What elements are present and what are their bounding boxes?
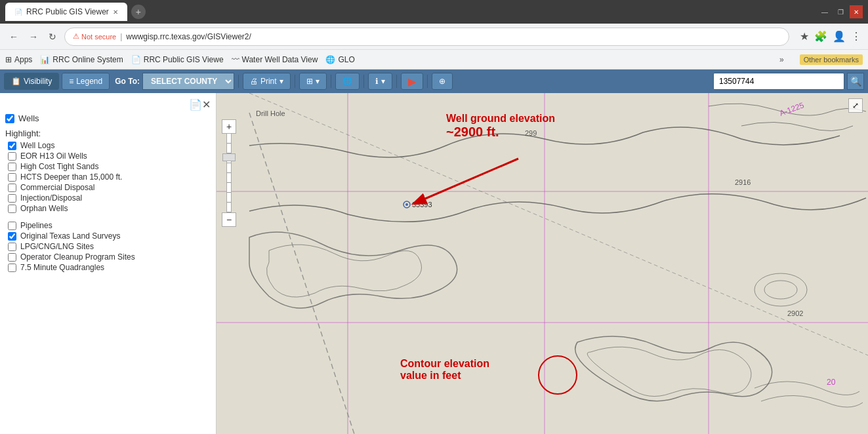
layer-otls: Original Texas Land Surveys xyxy=(8,231,211,241)
legend-button[interactable]: ≡ Legend xyxy=(62,73,110,90)
visibility-icon: 📋 xyxy=(11,77,21,86)
minimize-button[interactable]: — xyxy=(818,5,831,18)
zoom-tick-6 xyxy=(227,183,231,193)
print-label: Print xyxy=(260,77,277,86)
zoom-tick-2 xyxy=(227,144,231,153)
separator-1 xyxy=(5,214,211,220)
hcts-deep-checkbox[interactable] xyxy=(8,173,16,182)
wells-row: Wells xyxy=(5,113,211,123)
print-dropdown-icon: ▾ xyxy=(279,77,283,86)
pipelines-checkbox[interactable] xyxy=(8,222,16,230)
maximize-button[interactable]: ❐ xyxy=(834,5,847,18)
address-bar[interactable]: ⚠ Not secure | wwwgisp.rrc.texas.gov/GIS… xyxy=(64,28,789,46)
well-logs-label: Well Logs xyxy=(20,141,54,150)
layer-eor: EOR H13 Oil Wells xyxy=(8,151,211,161)
orphan-checkbox[interactable] xyxy=(8,205,16,213)
layer-pipelines: Pipelines xyxy=(8,221,211,230)
browser-titlebar: 📄 RRC Public GIS Viewer ✕ + — ❐ ✕ xyxy=(0,0,868,24)
map-area[interactable]: 35393 299 2916 2902 A-1225 20 Drill Hole xyxy=(217,93,868,434)
sidebar-close-button[interactable]: ✕ xyxy=(202,98,211,111)
info-dropdown-icon: ▾ xyxy=(381,77,385,86)
sidebar-top-controls: 📄 ✕ xyxy=(5,98,211,111)
bookmark-glo[interactable]: 🌐 GLO xyxy=(325,55,354,64)
commercial-checkbox[interactable] xyxy=(8,184,16,192)
gis-toolbar: 📋 Visibility ≡ Legend Go To: SELECT COUN… xyxy=(0,69,868,93)
map-expand-button[interactable]: ⤢ xyxy=(848,98,863,113)
wells-label: Wells xyxy=(18,113,39,123)
county-select[interactable]: SELECT COUNTY xyxy=(142,73,234,90)
injection-label: Injection/Disposal xyxy=(20,193,82,203)
cleanup-checkbox[interactable] xyxy=(8,253,16,262)
toolbar-divider-4 xyxy=(363,75,364,88)
bookmark-rrc-gis-label: RRC Public GIS Viewe xyxy=(144,55,224,64)
location-button[interactable]: ⊕ xyxy=(432,73,453,90)
warning-icon: ⚠ xyxy=(73,32,79,41)
play-icon: ▶ xyxy=(408,75,416,88)
visibility-label: Visibility xyxy=(24,77,52,86)
pipelines-label: Pipelines xyxy=(20,221,52,230)
well-logs-checkbox[interactable] xyxy=(8,142,16,150)
toolbar-divider-5 xyxy=(396,75,397,88)
profile-icon[interactable]: 👤 xyxy=(833,30,846,43)
extensions-icon[interactable]: 🧩 xyxy=(814,30,827,43)
zoom-slider[interactable] xyxy=(226,134,232,212)
search-input[interactable] xyxy=(713,73,844,90)
quadrangles-checkbox[interactable] xyxy=(8,264,16,272)
glo-icon: 🌐 xyxy=(325,55,335,64)
sidebar-document-icon[interactable]: 📄 xyxy=(189,98,202,111)
svg-text:35393: 35393 xyxy=(412,201,432,208)
grid-view-button[interactable]: ⊞ ▾ xyxy=(299,73,327,90)
main-content: 📄 ✕ Wells Highlight: Well Logs EOR H13 O… xyxy=(0,93,868,434)
toolbar-divider-3 xyxy=(331,75,331,88)
svg-point-11 xyxy=(405,203,408,206)
bookmark-apps[interactable]: ⊞ Apps xyxy=(5,55,32,64)
back-button[interactable]: ← xyxy=(7,29,21,45)
browser-tab-active[interactable]: 📄 RRC Public GIS Viewer ✕ xyxy=(5,3,127,21)
layer-orphan: Orphan Wells xyxy=(8,204,211,213)
legend-icon: ≡ xyxy=(69,77,73,86)
zoom-in-button[interactable]: + xyxy=(222,119,236,134)
zoom-out-button[interactable]: − xyxy=(222,212,236,227)
eor-label: EOR H13 Oil Wells xyxy=(20,151,87,161)
svg-text:Drill Hole: Drill Hole xyxy=(256,109,285,117)
visibility-button[interactable]: 📋 Visibility xyxy=(4,73,59,90)
zoom-handle[interactable] xyxy=(222,153,236,161)
lpg-checkbox[interactable] xyxy=(8,243,16,251)
zoom-track xyxy=(226,134,232,212)
quadrangles-label: 7.5 Minute Quadrangles xyxy=(20,263,104,272)
world-button[interactable]: 🌐 xyxy=(335,73,360,90)
play-button[interactable]: ▶ xyxy=(401,73,423,90)
search-button[interactable]: 🔍 xyxy=(847,73,864,90)
url-text: wwwgisp.rrc.texas.gov/GISViewer2/ xyxy=(126,32,251,41)
bookmark-water-well[interactable]: 〰 Water Well Data View xyxy=(232,55,318,64)
bookmark-rrc-online[interactable]: 📊 RRC Online System xyxy=(40,55,123,64)
bookmark-star-icon[interactable]: ★ xyxy=(800,30,809,43)
forward-button[interactable]: → xyxy=(26,29,41,45)
eor-checkbox[interactable] xyxy=(8,152,16,161)
print-icon: 🖨 xyxy=(250,77,258,86)
menu-icon[interactable]: ⋮ xyxy=(851,30,861,43)
lpg-label: LPG/CNG/LNG Sites xyxy=(20,242,94,251)
toolbar-divider-2 xyxy=(295,75,295,88)
wells-checkbox[interactable] xyxy=(5,114,14,123)
print-button[interactable]: 🖨 Print ▾ xyxy=(243,73,291,90)
bookmark-rrc-gis[interactable]: 📄 RRC Public GIS Viewe xyxy=(131,55,224,64)
apps-grid-icon: ⊞ xyxy=(5,55,12,64)
injection-checkbox[interactable] xyxy=(8,194,16,203)
otls-checkbox[interactable] xyxy=(8,232,16,241)
tab-close-button[interactable]: ✕ xyxy=(113,9,118,16)
otls-label: Original Texas Land Surveys xyxy=(20,231,121,241)
layer-lpg: LPG/CNG/LNG Sites xyxy=(8,242,211,251)
bookmarks-more-label[interactable]: » xyxy=(779,55,784,64)
tab-title: RRC Public GIS Viewer xyxy=(26,7,109,16)
refresh-button[interactable]: ↻ xyxy=(46,29,59,45)
tab-favicon-icon: 📄 xyxy=(14,9,22,16)
new-tab-button[interactable]: + xyxy=(131,5,146,19)
hcts-checkbox[interactable] xyxy=(8,163,16,171)
grid-icon: ⊞ xyxy=(306,77,313,86)
layer-well-logs: Well Logs xyxy=(8,141,211,150)
close-button[interactable]: ✕ xyxy=(850,5,863,18)
browser-toolbar-icons: ★ 🧩 👤 ⋮ xyxy=(800,30,861,43)
other-bookmarks-label[interactable]: Other bookmarks xyxy=(800,54,863,65)
info-button[interactable]: ℹ ▾ xyxy=(368,73,392,90)
